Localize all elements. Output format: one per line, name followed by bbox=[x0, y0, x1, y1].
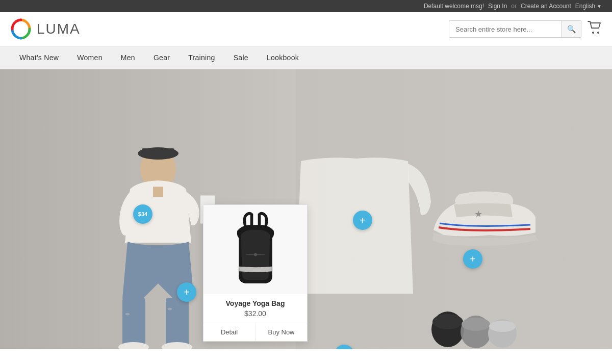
header: LUMA 🔍 bbox=[0, 12, 612, 46]
main-nav: What's New Women Men Gear Training Sale … bbox=[0, 46, 612, 69]
popup-buy-now-button[interactable]: Buy Now bbox=[256, 323, 307, 341]
nav-item-gear[interactable]: Gear bbox=[144, 46, 179, 69]
nav-item-men[interactable]: Men bbox=[112, 46, 144, 69]
svg-rect-13 bbox=[153, 187, 163, 197]
search-box: 🔍 bbox=[449, 20, 581, 38]
search-icon: 🔍 bbox=[567, 25, 576, 33]
svg-point-22 bbox=[254, 253, 257, 256]
svg-point-18 bbox=[462, 318, 490, 331]
svg-text:★: ★ bbox=[474, 209, 482, 219]
product-popup: Voyage Yoga Bag $32.00 Detail Buy Now bbox=[203, 204, 308, 342]
language-selector[interactable]: English ▼ bbox=[575, 3, 602, 10]
chevron-down-icon: ▼ bbox=[597, 4, 602, 9]
logo-link[interactable]: LUMA bbox=[10, 18, 81, 40]
price-dot-plus-3[interactable]: + bbox=[463, 249, 482, 269]
popup-actions: Detail Buy Now bbox=[203, 323, 307, 341]
signin-link[interactable]: Sign In bbox=[488, 3, 507, 10]
popup-image-area bbox=[203, 205, 307, 294]
popup-product-name: Voyage Yoga Bag bbox=[203, 294, 307, 309]
price-dot-34[interactable]: $34 bbox=[133, 204, 152, 224]
svg-point-2 bbox=[597, 32, 599, 34]
search-button[interactable]: 🔍 bbox=[562, 21, 581, 37]
hero-section: ★ ‹ $34 + + $40 + bbox=[0, 69, 612, 349]
svg-rect-10 bbox=[166, 298, 189, 349]
nav-item-training[interactable]: Training bbox=[179, 46, 224, 69]
svg-point-1 bbox=[592, 32, 594, 34]
separator: or bbox=[511, 3, 517, 10]
top-bar: Default welcome msg! Sign In or Create a… bbox=[0, 0, 612, 12]
nav-item-whats-new[interactable]: What's New bbox=[10, 46, 68, 69]
svg-point-20 bbox=[489, 321, 516, 332]
product-image-svg bbox=[225, 212, 286, 288]
svg-rect-8 bbox=[142, 148, 174, 156]
cart-icon[interactable] bbox=[588, 21, 602, 37]
luma-logo-icon bbox=[10, 18, 32, 40]
svg-rect-9 bbox=[122, 298, 145, 349]
header-right: 🔍 bbox=[449, 20, 602, 38]
create-account-link[interactable]: Create an Account bbox=[521, 3, 571, 10]
price-dot-plus-1[interactable]: + bbox=[353, 211, 372, 230]
search-input[interactable] bbox=[449, 21, 562, 37]
logo-text: LUMA bbox=[37, 21, 81, 37]
nav-item-sale[interactable]: Sale bbox=[224, 46, 258, 69]
price-dot-plus-2[interactable]: + bbox=[177, 282, 196, 302]
popup-detail-button[interactable]: Detail bbox=[203, 323, 256, 341]
nav-item-lookbook[interactable]: Lookbook bbox=[258, 46, 308, 69]
welcome-message: Default welcome msg! bbox=[424, 3, 484, 10]
popup-product-price: $32.00 bbox=[203, 309, 307, 323]
svg-point-16 bbox=[432, 314, 463, 329]
cart-svg bbox=[588, 21, 602, 34]
language-label: English bbox=[575, 3, 595, 10]
nav-item-women[interactable]: Women bbox=[68, 46, 111, 69]
